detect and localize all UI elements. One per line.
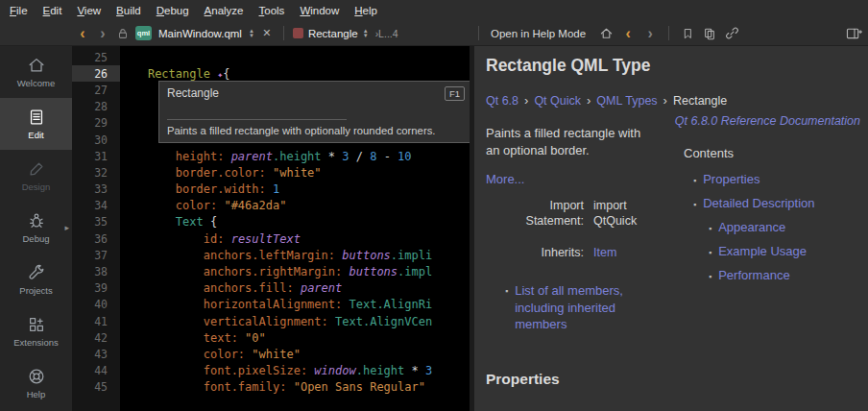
code-line[interactable]: 37anchors.leftMargin: buttons.impli [72, 247, 470, 263]
line-number[interactable]: 31 [72, 148, 120, 164]
menu-build[interactable]: Build [108, 2, 149, 19]
contents-link[interactable]: Appearance [718, 220, 785, 234]
close-document-icon[interactable]: ✕ [259, 24, 275, 43]
code-line[interactable]: 43color: "white" [72, 346, 470, 362]
code-token: "#46a2da" [224, 199, 286, 212]
code-line[interactable]: 38anchors.rightMargin: buttons.impl [72, 263, 470, 279]
contents-link[interactable]: Example Usage [718, 244, 807, 258]
sidebar-item-welcome[interactable]: Welcome [0, 46, 72, 98]
code-line[interactable]: 40horizontalAlignment: Text.AlignRi [72, 297, 470, 313]
code-editor[interactable]: 2526Rectangle ✦{2728293031height: parent… [72, 46, 470, 411]
sidebar-item-edit[interactable]: Edit [0, 98, 72, 150]
menu-window[interactable]: Window [292, 2, 347, 19]
menu-tools[interactable]: Tools [252, 2, 293, 19]
code-line[interactable]: 44font.pixelSize: window.height * 3 [72, 363, 470, 379]
sidebar-item-extensions[interactable]: Extensions [0, 305, 72, 357]
code-line[interactable]: 45font.family: "Open Sans Regular" [72, 379, 470, 396]
open-sidebar-split-icon[interactable] [846, 24, 862, 43]
code-line[interactable]: 35Text { [72, 214, 470, 230]
menu-file[interactable]: File [2, 2, 36, 19]
help-page-title: Rectangle QML Type [486, 56, 650, 76]
line-number[interactable]: 37 [72, 247, 120, 263]
more-link[interactable]: More... [486, 172, 524, 186]
open-document-dropdown[interactable]: MainWindow.qml [157, 28, 244, 39]
line-number[interactable]: 27 [72, 82, 120, 98]
help-forward-icon[interactable]: › [642, 24, 658, 43]
code-token: font.pixelSize: [204, 364, 307, 377]
line-number[interactable]: 41 [72, 313, 120, 329]
code-line[interactable]: 26Rectangle ✦{ [72, 65, 470, 82]
code-line[interactable]: 33border.width: 1 [72, 181, 470, 198]
line-number[interactable]: 38 [72, 263, 120, 279]
line-number[interactable]: 28 [72, 99, 120, 115]
line-number[interactable]: 35 [72, 214, 120, 230]
line-number[interactable]: 26 [72, 65, 120, 82]
code-line[interactable]: 39anchors.fill: parent [72, 280, 470, 297]
symbol-dropdown-arrows-icon[interactable]: ▲▼ [363, 29, 369, 38]
help-intro-text: Paints a filled rectangle with an option… [486, 125, 657, 159]
line-number[interactable]: 33 [72, 181, 120, 198]
flyout-arrow-icon[interactable]: ▸ [64, 223, 69, 232]
line-number[interactable]: 34 [72, 198, 120, 214]
link-icon[interactable] [724, 24, 739, 43]
code-line[interactable]: 41verticalAlignment: Text.AlignVCen [72, 313, 470, 329]
code-line[interactable]: 34color: "#46a2da" [72, 198, 470, 214]
mode-selector: WelcomeEditDesignDebug▸ProjectsExtension… [0, 46, 72, 411]
contents-title: Contents [684, 146, 856, 160]
breadcrumb-item[interactable]: Qt Quick [534, 94, 581, 108]
home-icon[interactable] [598, 24, 614, 43]
bookmark-icon[interactable] [680, 24, 695, 43]
code-line[interactable]: 25 [72, 49, 470, 65]
code-text: font.family: "Open Sans Regular" [120, 380, 425, 394]
extensions-icon [27, 315, 46, 334]
import-statement-label: Import Statement: [499, 198, 584, 230]
line-number[interactable]: 45 [72, 379, 120, 396]
line-number[interactable]: 43 [72, 346, 120, 362]
doc-reference-link[interactable]: Qt 6.8.0 Reference Documentation [675, 114, 860, 128]
menu-debug[interactable]: Debug [149, 2, 197, 19]
line-number[interactable]: 32 [72, 164, 120, 181]
code-line[interactable]: 31height: parent.height * 3 / 8 - 10 [72, 148, 470, 164]
code-text: horizontalAlignment: Text.AlignRi [120, 298, 432, 311]
line-number[interactable]: 29 [72, 115, 120, 132]
code-token: buttons [349, 265, 398, 278]
code-token: "white" [273, 166, 322, 180]
sidebar-item-projects[interactable]: Projects [0, 254, 72, 305]
breadcrumb-item: Rectangle [673, 94, 727, 108]
contents-link[interactable]: Properties [703, 172, 760, 186]
line-number[interactable]: 44 [72, 363, 120, 379]
sidebar-item-help[interactable]: Help [0, 357, 72, 409]
nav-back-icon[interactable]: ‹ [75, 24, 90, 43]
properties-section-heading: Properties [486, 371, 560, 388]
menu-edit[interactable]: Edit [36, 2, 70, 19]
code-line[interactable]: 32border.color: "white" [72, 164, 470, 181]
sidebar-item-debug[interactable]: Debug▸ [0, 202, 72, 254]
menu-view[interactable]: View [69, 2, 108, 19]
all-members-link[interactable]: List of all members, including inherited… [515, 282, 666, 333]
line-number[interactable]: 36 [72, 230, 120, 247]
line-number[interactable]: 40 [72, 297, 120, 313]
code-token: * [404, 364, 425, 377]
contents-link[interactable]: Detailed Description [703, 196, 814, 210]
code-line[interactable]: 36id: resultText [72, 230, 470, 247]
help-back-icon[interactable]: ‹ [620, 24, 636, 43]
tooltip-title: Rectangle [167, 86, 219, 100]
copy-pages-icon[interactable] [702, 24, 717, 43]
menu-help[interactable]: Help [347, 2, 385, 19]
line-number[interactable]: 39 [72, 280, 120, 297]
contents-link[interactable]: Performance [718, 268, 789, 282]
line-number[interactable]: 25 [72, 49, 120, 65]
line-column-indicator[interactable]: ›L...4 [375, 28, 398, 39]
code-line[interactable]: 42text: "0" [72, 329, 470, 346]
line-number[interactable]: 30 [72, 132, 120, 148]
nav-forward-icon[interactable]: › [95, 24, 110, 43]
open-in-help-mode-button[interactable]: Open in Help Mode [491, 28, 586, 39]
document-dropdown-arrows-icon[interactable]: ▲▼ [249, 29, 254, 38]
symbol-dropdown[interactable]: Rectangle [308, 28, 358, 39]
menu-analyze[interactable]: Analyze [197, 2, 252, 19]
breadcrumb-item[interactable]: QML Types [596, 94, 657, 108]
inherits-link[interactable]: Item [593, 246, 616, 259]
breadcrumb-item[interactable]: Qt 6.8 [486, 94, 518, 108]
tooltip-shortcut-badge: F1 [445, 86, 465, 101]
line-number[interactable]: 42 [72, 329, 120, 346]
